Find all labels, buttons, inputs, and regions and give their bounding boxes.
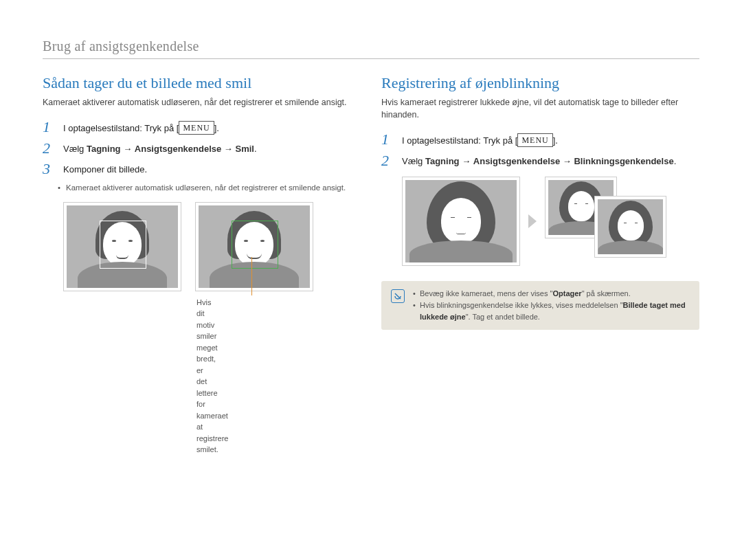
note-item: Hvis blinkningsgenkendelse ikke lykkes, … — [413, 300, 690, 323]
photo-pair — [545, 177, 668, 266]
lead-blink: Hvis kameraet registrerer lukkede øjne, … — [381, 96, 699, 121]
note-item: Bevæg ikke kameraet, mens der vises "Opt… — [413, 288, 690, 300]
divider — [43, 58, 699, 59]
photo-eyes-closed — [402, 177, 520, 266]
text: . — [254, 144, 257, 154]
text: I optagelsestilstand: Tryk på [ — [63, 123, 179, 133]
step-1-right: 1 I optagelsestilstand: Tryk på [MENU]. — [381, 132, 699, 148]
path-ansigt: Ansigtsgenkendelse — [473, 156, 560, 166]
arrow: → — [560, 156, 574, 166]
callout-line — [251, 257, 252, 295]
arrow-right-icon — [528, 214, 537, 228]
step-body: Vælg Tagning → Ansigtsgenkendelse → Blin… — [402, 153, 676, 168]
photo-result-b — [594, 196, 666, 258]
text: ]. — [553, 135, 558, 146]
step-number: 2 — [43, 141, 56, 156]
path-tagning: Tagning — [425, 156, 460, 166]
section-blink: Registrering af øjenblinkning Hvis kamer… — [381, 74, 699, 456]
step-body: I optagelsestilstand: Tryk på [MENU]. — [63, 120, 219, 135]
arrow: → — [121, 144, 135, 154]
path-ansigt: Ansigtsgenkendelse — [135, 144, 221, 154]
step-3-left: 3 Komponer dit billede. — [43, 161, 361, 177]
breadcrumb: Brug af ansigtsgenkendelse — [43, 38, 699, 54]
text: Vælg — [402, 156, 425, 166]
smile-detect-rect — [232, 221, 278, 269]
text: I optagelsestilstand: Tryk på [ — [402, 135, 517, 146]
smile-images — [43, 202, 361, 291]
caption-smile: Hvis dit motiv smiler meget bredt, er de… — [43, 297, 196, 456]
path-blink: Blinkningsgenkendelse — [574, 156, 673, 166]
heading-smile: Sådan tager du et billede med smil — [43, 74, 361, 92]
text: . — [674, 156, 677, 166]
path-tagning: Tagning — [87, 144, 121, 154]
blink-images — [381, 177, 699, 266]
step-1-left: 1 I optagelsestilstand: Tryk på [MENU]. — [43, 120, 361, 135]
text: Vælg — [63, 144, 87, 154]
step-body: Vælg Tagning → Ansigtsgenkendelse → Smil… — [63, 141, 257, 156]
section-smile: Sådan tager du et billede med smil Kamer… — [43, 74, 361, 456]
lead-smile: Kameraet aktiverer automatisk udløseren,… — [43, 96, 361, 109]
step-number: 3 — [43, 161, 56, 177]
text: ". Tag et andet billede. — [466, 313, 540, 321]
text: Hvis blinkningsgenkendelse ikke lykkes, … — [420, 301, 623, 309]
arrow: → — [221, 144, 235, 154]
note-icon — [391, 289, 405, 303]
face-detect-rect — [100, 221, 146, 269]
step-body: Komponer dit billede. — [63, 161, 147, 177]
text: ]. — [214, 123, 219, 133]
path-smil: Smil — [235, 144, 254, 154]
menu-button-label: MENU — [517, 133, 552, 147]
photo-smile — [195, 202, 313, 291]
step-2-left: 2 Vælg Tagning → Ansigtsgenkendelse → Sm… — [43, 141, 361, 156]
bold: Optager — [552, 289, 581, 298]
menu-button-label: MENU — [179, 121, 214, 135]
note-box: Bevæg ikke kameraet, mens der vises "Opt… — [381, 281, 699, 330]
step-3-bullet: Kameraet aktiverer automatisk udløseren,… — [43, 182, 361, 194]
arrow: → — [460, 156, 473, 166]
text: Bevæg ikke kameraet, mens der vises " — [420, 289, 552, 298]
step-2-right: 2 Vælg Tagning → Ansigtsgenkendelse → Bl… — [381, 153, 699, 168]
step-number: 1 — [43, 120, 56, 135]
text: " på skærmen. — [582, 289, 631, 298]
step-number: 2 — [381, 153, 395, 168]
heading-blink: Registrering af øjenblinkning — [381, 74, 699, 92]
photo-neutral — [63, 202, 181, 291]
step-body: I optagelsestilstand: Tryk på [MENU]. — [402, 132, 558, 148]
step-number: 1 — [381, 132, 395, 147]
